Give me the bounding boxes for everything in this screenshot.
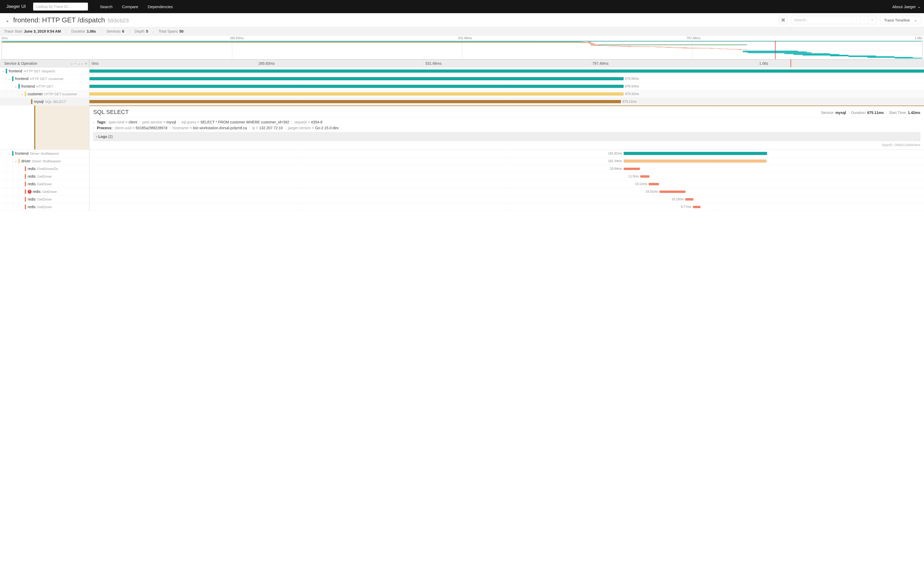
- span-name-cell[interactable]: redisGetDriver: [0, 196, 89, 203]
- span-bar[interactable]: [624, 152, 767, 155]
- service-name: driver: [21, 159, 31, 163]
- span-bar[interactable]: [648, 183, 659, 185]
- span-row[interactable]: ⌄customerHTTP GET /customer675.32ms: [0, 90, 924, 98]
- timeline-header: 0ms 265.83ms 531.66ms 797.49ms 1.06s: [89, 59, 924, 67]
- span-row[interactable]: redisGetDriver9.77ms: [0, 203, 924, 211]
- span-row[interactable]: !redisGetDriver33.01ms: [0, 188, 924, 196]
- span-bar-cell[interactable]: 676.55ms: [89, 75, 924, 82]
- logs-toggle[interactable]: › Logs (2): [93, 132, 920, 141]
- service-name: frontend: [9, 69, 22, 73]
- service-name: frontend: [15, 77, 28, 81]
- span-name-cell[interactable]: redisFindDriverIDs: [0, 165, 89, 172]
- svg-rect-25: [848, 56, 894, 57]
- span-bar-cell[interactable]: 10.15ms: [89, 196, 924, 203]
- search-next-button[interactable]: ˅: [860, 16, 868, 24]
- span-row[interactable]: redisFindDriverIDs20.64ms: [0, 165, 924, 173]
- span-row[interactable]: mysqlSQL SELECT675.11ms: [0, 98, 924, 106]
- span-bar[interactable]: [89, 92, 624, 96]
- services-value: 6: [122, 29, 124, 33]
- time-marker[interactable]: [775, 41, 776, 59]
- operation-name: GetDriver: [37, 205, 52, 209]
- span-duration-label: 11.5ms: [629, 175, 639, 178]
- search-clear-button[interactable]: ✕: [868, 16, 876, 24]
- span-bar-cell[interactable]: 9.77ms: [89, 203, 924, 211]
- expand-one-icon[interactable]: ›: [75, 61, 76, 65]
- span-name-cell[interactable]: redisGetDriver: [0, 203, 89, 211]
- brand: Jaeger UI: [6, 4, 26, 9]
- span-bar[interactable]: [624, 168, 640, 170]
- span-bar[interactable]: [660, 191, 685, 193]
- span-name-cell[interactable]: ⌄driverDriver::findNearest: [0, 157, 89, 165]
- expand-caret-icon[interactable]: ⌄: [1, 69, 5, 73]
- tag: sql.query = SELECT * FROM customer WHERE…: [181, 120, 289, 124]
- about-menu[interactable]: About Jaeger ⌄: [893, 4, 921, 9]
- span-name-cell[interactable]: ⌄frontendHTTP GET: [0, 82, 89, 90]
- span-bar[interactable]: [624, 160, 767, 163]
- span-bar[interactable]: [89, 77, 624, 80]
- span-row[interactable]: ⌄frontendHTTP GET /dispatch: [0, 68, 924, 75]
- tag: request = 4354-8: [294, 120, 322, 124]
- nav-link-compare[interactable]: Compare: [122, 5, 138, 9]
- span-bar[interactable]: [89, 100, 621, 103]
- span-bar-cell[interactable]: 11.5ms: [89, 173, 924, 180]
- process-label: Process:: [97, 126, 112, 130]
- span-bar-cell[interactable]: 181.81ms: [89, 150, 924, 157]
- span-duration-label: 20.64ms: [610, 167, 622, 170]
- span-row[interactable]: ⌄driverDriver::findNearest181.34ms: [0, 157, 924, 165]
- minimap-scale: 0ms 265.83ms 531.66ms 797.49ms 1.06s: [0, 36, 924, 41]
- collapse-all-icon[interactable]: ⌄⌄: [78, 61, 83, 65]
- expand-caret-icon[interactable]: ⌄: [7, 152, 12, 155]
- span-bar-cell[interactable]: 33.01ms: [89, 188, 924, 195]
- span-name-cell[interactable]: ⌄frontendHTTP GET: /customer: [0, 75, 89, 82]
- span-row[interactable]: redisGetDriver10.15ms: [0, 196, 924, 203]
- span-row[interactable]: redisGetDriver11.5ms: [0, 173, 924, 180]
- expand-caret-icon[interactable]: ⌄: [14, 84, 18, 88]
- span-bar-cell[interactable]: 13.12ms: [89, 180, 924, 188]
- error-icon: !: [28, 190, 31, 194]
- time-marker[interactable]: [790, 59, 791, 67]
- span-bar-cell[interactable]: 675.32ms: [89, 90, 924, 97]
- keyboard-shortcuts-button[interactable]: ⌘: [779, 16, 787, 24]
- span-row[interactable]: ⌄frontendDriver::findNearest181.81ms: [0, 150, 924, 157]
- span-bar-cell[interactable]: [89, 68, 924, 75]
- collapse-one-icon[interactable]: ⌄: [70, 61, 73, 65]
- nav-link-search[interactable]: Search: [100, 5, 113, 9]
- span-name-cell[interactable]: ⌄frontendHTTP GET /dispatch: [0, 68, 89, 75]
- span-bar[interactable]: [693, 206, 701, 208]
- view-mode-select[interactable]: Trace Timeline ⌄: [880, 16, 921, 24]
- trace-lookup-input[interactable]: [33, 3, 88, 10]
- span-bar[interactable]: [89, 69, 924, 73]
- collapse-title-icon[interactable]: ⌄: [5, 17, 10, 23]
- span-name-cell[interactable]: redisGetDriver: [0, 180, 89, 188]
- span-bar-cell[interactable]: 181.34ms: [89, 157, 924, 165]
- search-prev-button[interactable]: ˄: [852, 16, 860, 24]
- expand-all-icon[interactable]: »: [85, 61, 87, 65]
- span-row[interactable]: redisGetDriver13.12ms: [0, 180, 924, 188]
- tick: 531.66ms: [423, 59, 590, 67]
- nav-link-dependencies[interactable]: Dependencies: [148, 5, 173, 9]
- span-bar-cell[interactable]: 676.53ms: [89, 82, 924, 90]
- title-bar: ⌄ frontend: HTTP GET /dispatch 593cb23 ⌘…: [0, 13, 924, 27]
- search-input[interactable]: [791, 16, 852, 24]
- span-bar[interactable]: [89, 85, 624, 88]
- expand-caret-icon[interactable]: ⌄: [7, 77, 12, 81]
- span-bar[interactable]: [685, 198, 693, 201]
- span-bar-cell[interactable]: 675.11ms: [89, 98, 924, 105]
- span-name-cell[interactable]: mysqlSQL SELECT: [0, 98, 89, 105]
- service-color-swatch: [25, 197, 26, 201]
- expand-tags-icon[interactable]: ›: [93, 120, 94, 124]
- span-name-cell[interactable]: ⌄customerHTTP GET /customer: [0, 90, 89, 97]
- process-tag: ip = 132.207.72.10: [252, 126, 283, 130]
- span-name-cell[interactable]: ⌄frontendDriver::findNearest: [0, 150, 89, 157]
- span-name-cell[interactable]: !redisGetDriver: [0, 188, 89, 195]
- minimap[interactable]: [2, 41, 922, 59]
- span-row[interactable]: ⌄frontendHTTP GET676.53ms: [0, 82, 924, 90]
- expand-process-icon[interactable]: ›: [93, 126, 94, 130]
- expand-caret-icon[interactable]: ⌄: [14, 159, 18, 163]
- span-row[interactable]: ⌄frontendHTTP GET: /customer676.55ms: [0, 75, 924, 82]
- span-bar-cell[interactable]: 20.64ms: [89, 165, 924, 172]
- span-name-cell[interactable]: redisGetDriver: [0, 173, 89, 180]
- span-duration-label: 181.34ms: [608, 159, 622, 163]
- span-bar[interactable]: [640, 175, 649, 178]
- expand-caret-icon[interactable]: ⌄: [20, 92, 24, 96]
